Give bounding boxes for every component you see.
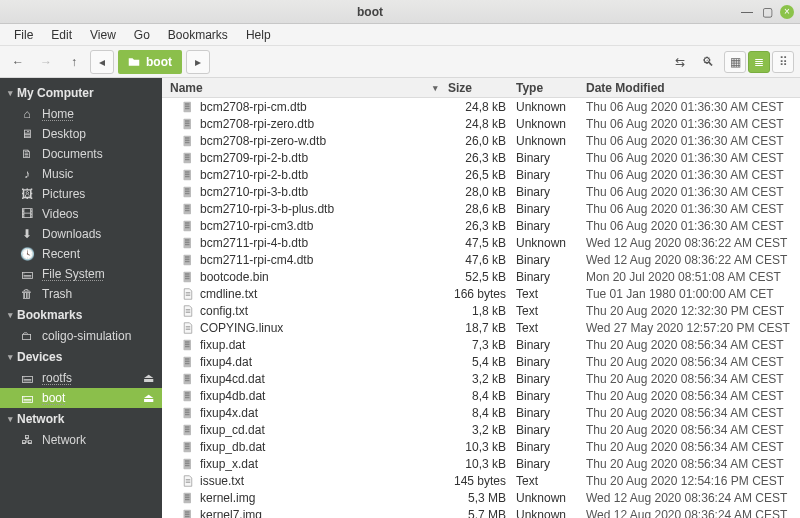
file-date: Wed 12 Aug 2020 08:36:24 AM CEST xyxy=(586,508,800,519)
file-row[interactable]: fixup_x.dat10,3 kBBinaryThu 20 Aug 2020 … xyxy=(162,455,800,472)
menu-edit[interactable]: Edit xyxy=(43,26,80,44)
file-row[interactable]: kernel7.img5,7 MBUnknownWed 12 Aug 2020 … xyxy=(162,506,800,518)
sidebar-item-network[interactable]: 🖧Network xyxy=(0,430,162,450)
svg-rect-7 xyxy=(185,124,190,126)
file-row[interactable]: bcm2708-rpi-zero.dtb24,8 kBUnknownThu 06… xyxy=(162,115,800,132)
search-button[interactable]: 🔍︎ xyxy=(696,50,720,74)
file-size: 47,5 kB xyxy=(444,236,516,250)
file-row[interactable]: bcm2710-rpi-3-b-plus.dtb28,6 kBBinaryThu… xyxy=(162,200,800,217)
sidebar-item-filesystem[interactable]: 🖴File System xyxy=(0,264,162,284)
file-row[interactable]: kernel.img5,3 MBUnknownWed 12 Aug 2020 0… xyxy=(162,489,800,506)
window-title: boot xyxy=(6,5,734,19)
path-prev-button[interactable]: ◂ xyxy=(90,50,114,74)
file-area: Name▾ Size Type Date Modified bcm2708-rp… xyxy=(162,78,800,518)
sidebar-cat-network[interactable]: Network xyxy=(0,408,162,430)
sidebar-item-documents[interactable]: 🗎Documents xyxy=(0,144,162,164)
file-row[interactable]: issue.txt145 bytesTextThu 20 Aug 2020 12… xyxy=(162,472,800,489)
sidebar-item-recent[interactable]: 🕓Recent xyxy=(0,244,162,264)
menu-bookmarks[interactable]: Bookmarks xyxy=(160,26,236,44)
file-row[interactable]: fixup4db.dat8,4 kBBinaryThu 20 Aug 2020 … xyxy=(162,387,800,404)
file-icon xyxy=(182,288,194,300)
sidebar-item-boot[interactable]: 🖴boot⏏ xyxy=(0,388,162,408)
file-row[interactable]: bcm2710-rpi-2-b.dtb26,5 kBBinaryThu 06 A… xyxy=(162,166,800,183)
sidebar-item-downloads[interactable]: ⬇Downloads xyxy=(0,224,162,244)
svg-rect-79 xyxy=(185,498,190,500)
close-button[interactable]: × xyxy=(780,5,794,19)
sidebar-item-coligo[interactable]: 🗀coligo-simulation xyxy=(0,326,162,346)
icon-view-button[interactable]: ▦ xyxy=(724,51,746,73)
file-row[interactable]: fixup4x.dat8,4 kBBinaryThu 20 Aug 2020 0… xyxy=(162,404,800,421)
col-type-header[interactable]: Type xyxy=(516,81,586,95)
sidebar-item-desktop[interactable]: 🖥︎Desktop xyxy=(0,124,162,144)
eject-icon[interactable]: ⏏ xyxy=(143,371,154,385)
sidebar-cat-bookmarks[interactable]: Bookmarks xyxy=(0,304,162,326)
minimize-button[interactable]: — xyxy=(740,5,754,19)
file-row[interactable]: config.txt1,8 kBTextThu 20 Aug 2020 12:3… xyxy=(162,302,800,319)
col-size-header[interactable]: Size xyxy=(444,81,516,95)
home-icon: ⌂ xyxy=(20,107,34,121)
compact-view-button[interactable]: ⠿ xyxy=(772,51,794,73)
file-type: Binary xyxy=(516,168,586,182)
file-row[interactable]: fixup_db.dat10,3 kBBinaryThu 20 Aug 2020… xyxy=(162,438,800,455)
sidebar-item-trash[interactable]: 🗑︎Trash xyxy=(0,284,162,304)
menu-help[interactable]: Help xyxy=(238,26,279,44)
menu-file[interactable]: File xyxy=(6,26,41,44)
file-row[interactable]: bcm2711-rpi-cm4.dtb47,6 kBBinaryWed 12 A… xyxy=(162,251,800,268)
menu-go[interactable]: Go xyxy=(126,26,158,44)
col-date-header[interactable]: Date Modified xyxy=(586,81,800,95)
menu-view[interactable]: View xyxy=(82,26,124,44)
sidebar-item-music[interactable]: ♪Music xyxy=(0,164,162,184)
breadcrumb-current[interactable]: boot xyxy=(118,50,182,74)
sidebar-item-home[interactable]: ⌂Home xyxy=(0,104,162,124)
file-icon xyxy=(182,475,194,487)
downloads-icon: ⬇ xyxy=(20,227,34,241)
file-date: Tue 01 Jan 1980 01:00:00 AM CET xyxy=(586,287,800,301)
up-button[interactable]: ↑ xyxy=(62,50,86,74)
file-row[interactable]: bcm2708-rpi-zero-w.dtb26,0 kBUnknownThu … xyxy=(162,132,800,149)
list-view-button[interactable]: ≣ xyxy=(748,51,770,73)
file-row[interactable]: bcm2710-rpi-cm3.dtb26,3 kBBinaryThu 06 A… xyxy=(162,217,800,234)
path-next-button[interactable]: ▸ xyxy=(186,50,210,74)
file-list[interactable]: bcm2708-rpi-cm.dtb24,8 kBUnknownThu 06 A… xyxy=(162,98,800,518)
file-size: 8,4 kB xyxy=(444,406,516,420)
eject-icon[interactable]: ⏏ xyxy=(143,391,154,405)
file-row[interactable]: fixup4cd.dat3,2 kBBinaryThu 20 Aug 2020 … xyxy=(162,370,800,387)
file-row[interactable]: bcm2709-rpi-2-b.dtb26,3 kBBinaryThu 06 A… xyxy=(162,149,800,166)
back-button[interactable]: ← xyxy=(6,50,30,74)
file-row[interactable]: fixup.dat7,3 kBBinaryThu 20 Aug 2020 08:… xyxy=(162,336,800,353)
svg-rect-55 xyxy=(185,379,190,381)
file-row[interactable]: fixup4.dat5,4 kBBinaryThu 20 Aug 2020 08… xyxy=(162,353,800,370)
maximize-button[interactable]: ▢ xyxy=(760,5,774,19)
file-type: Binary xyxy=(516,355,586,369)
sidebar-cat-my-computer[interactable]: My Computer xyxy=(0,82,162,104)
pictures-icon: 🖼︎ xyxy=(20,187,34,201)
file-date: Wed 12 Aug 2020 08:36:22 AM CEST xyxy=(586,236,800,250)
forward-button[interactable]: → xyxy=(34,50,58,74)
file-row[interactable]: cmdline.txt166 bytesTextTue 01 Jan 1980 … xyxy=(162,285,800,302)
file-row[interactable]: fixup_cd.dat3,2 kBBinaryThu 20 Aug 2020 … xyxy=(162,421,800,438)
file-name: bcm2711-rpi-4-b.dtb xyxy=(200,236,308,250)
svg-rect-1 xyxy=(185,103,190,105)
file-row[interactable]: COPYING.linux18,7 kBTextWed 27 May 2020 … xyxy=(162,319,800,336)
file-name: bcm2709-rpi-2-b.dtb xyxy=(200,151,308,165)
sidebar-item-videos[interactable]: 🎞︎Videos xyxy=(0,204,162,224)
file-row[interactable]: bcm2710-rpi-3-b.dtb28,0 kBBinaryThu 06 A… xyxy=(162,183,800,200)
file-icon xyxy=(182,407,194,419)
svg-rect-11 xyxy=(185,141,190,143)
sidebar-item-pictures[interactable]: 🖼︎Pictures xyxy=(0,184,162,204)
file-icon xyxy=(182,203,194,215)
file-row[interactable]: bootcode.bin52,5 kBBinaryMon 20 Jul 2020… xyxy=(162,268,800,285)
sidebar-item-rootfs[interactable]: 🖴rootfs⏏ xyxy=(0,368,162,388)
file-type: Binary xyxy=(516,406,586,420)
sidebar-cat-devices[interactable]: Devices xyxy=(0,346,162,368)
file-row[interactable]: bcm2711-rpi-4-b.dtb47,5 kBUnknownWed 12 … xyxy=(162,234,800,251)
svg-rect-18 xyxy=(185,173,190,175)
svg-rect-57 xyxy=(185,392,190,394)
file-size: 3,2 kB xyxy=(444,423,516,437)
file-size: 26,0 kB xyxy=(444,134,516,148)
svg-rect-35 xyxy=(185,243,190,245)
file-row[interactable]: bcm2708-rpi-cm.dtb24,8 kBUnknownThu 06 A… xyxy=(162,98,800,115)
file-date: Thu 06 Aug 2020 01:36:30 AM CEST xyxy=(586,168,800,182)
col-name-header[interactable]: Name▾ xyxy=(162,81,444,95)
toggle-path-entry-button[interactable]: ⇆ xyxy=(668,50,692,74)
